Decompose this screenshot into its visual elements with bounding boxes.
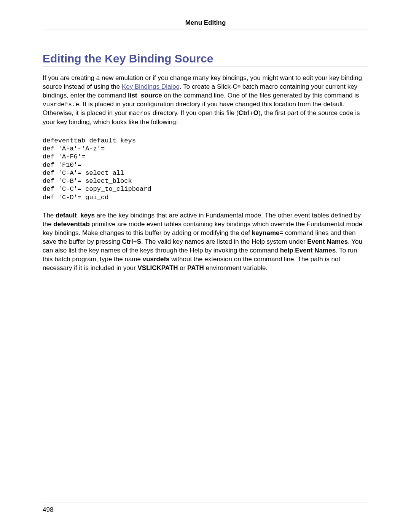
key-bindings-dialog-link[interactable]: Key Bindings Dialog	[122, 83, 180, 90]
text: +	[133, 238, 137, 245]
section-heading: Editing the Key Binding Source	[43, 52, 368, 67]
text: . To create a Slick-C	[180, 83, 237, 90]
key-o: O	[253, 109, 258, 117]
paragraph-2: The default_keys are the key bindings th…	[43, 211, 368, 273]
text: or	[178, 264, 188, 272]
term-vusrdefs: vusrdefs	[143, 256, 170, 263]
key-ctrl: Ctrl	[239, 109, 250, 117]
page: Menu Editing Editing the Key Binding Sou…	[0, 0, 411, 532]
running-header: Menu Editing	[43, 19, 368, 29]
key-s: S	[137, 238, 141, 245]
page-number: 498	[43, 506, 53, 513]
term-default-keys: default_keys	[56, 212, 95, 219]
directory-name: macros	[129, 110, 151, 117]
filename: vusrdefs.e	[43, 101, 79, 108]
paragraph-1: If you are creating a new emulation or i…	[43, 74, 368, 127]
page-footer: 498	[43, 503, 368, 514]
text: . The valid key names are listed in the …	[141, 238, 307, 245]
text: on the command line. One of the files ge…	[162, 92, 359, 99]
code-block: defeventtab default_keys def 'A-a'-'A-z'…	[43, 137, 368, 201]
text: directory. If you open this file (	[151, 109, 238, 117]
text: The	[43, 212, 56, 219]
term-defeventtab: defeventtab	[53, 220, 89, 228]
command-help-event-names: help Event Names	[280, 247, 336, 254]
text: +	[250, 109, 253, 117]
registered-mark: ®	[237, 84, 241, 89]
key-ctrl: Ctrl	[122, 238, 133, 245]
command-name: list_source	[128, 92, 162, 99]
text: environment variable.	[204, 264, 268, 272]
term-event-names: Event Names	[307, 238, 348, 245]
term-keyname: keyname=	[252, 229, 284, 236]
term-vslickpath: VSLICKPATH	[137, 264, 178, 272]
term-path: PATH	[187, 264, 204, 272]
